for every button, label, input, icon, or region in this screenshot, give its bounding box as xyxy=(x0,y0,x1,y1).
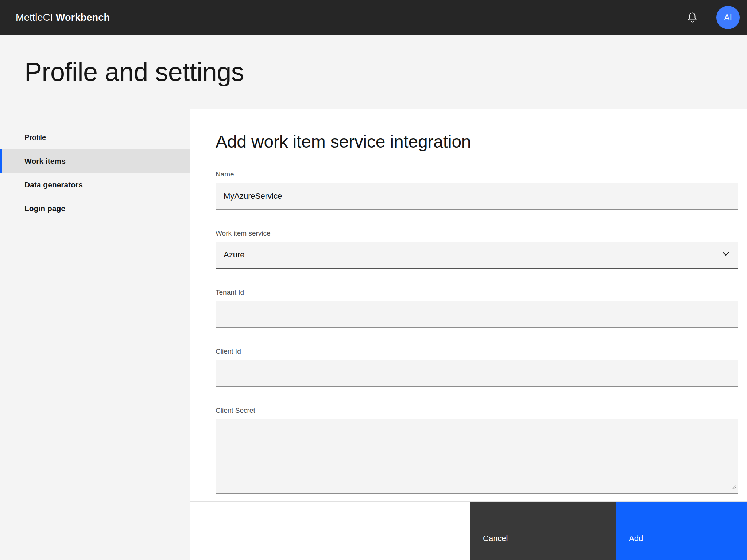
content-row: Profile Work items Data generators Login… xyxy=(0,109,747,560)
client-id-input[interactable] xyxy=(216,360,738,387)
app-header: MettleCI Workbench AI xyxy=(0,0,747,35)
sidebar-item-profile[interactable]: Profile xyxy=(0,125,190,149)
work-item-service-label: Work item service xyxy=(216,229,738,238)
sidebar-item-label: Profile xyxy=(24,133,46,142)
sidebar-item-login-page[interactable]: Login page xyxy=(0,197,190,220)
client-secret-textarea-wrap xyxy=(216,419,738,494)
sidebar-item-label: Login page xyxy=(24,204,65,213)
sidebar-item-data-generators[interactable]: Data generators xyxy=(0,173,190,197)
avatar-initials: AI xyxy=(724,13,732,23)
sidebar-item-label: Work items xyxy=(24,157,66,166)
main-panel: Add work item service integration Name W… xyxy=(190,109,747,560)
brand-prefix: MettleCI xyxy=(16,12,56,23)
brand-name: Workbench xyxy=(56,12,110,23)
cancel-button[interactable]: Cancel xyxy=(470,502,616,560)
app-brand: MettleCI Workbench xyxy=(16,12,110,23)
tenant-id-input[interactable] xyxy=(216,301,738,328)
bell-icon xyxy=(686,11,698,24)
tenant-id-field-group: Tenant Id xyxy=(216,288,738,328)
sidebar-item-label: Data generators xyxy=(24,180,83,189)
chevron-down-icon xyxy=(721,249,730,260)
avatar[interactable]: AI xyxy=(716,6,740,29)
header-actions: AI xyxy=(685,6,740,29)
settings-sidebar: Profile Work items Data generators Login… xyxy=(0,109,190,560)
sidebar-item-work-items[interactable]: Work items xyxy=(0,149,190,173)
work-item-service-value: Azure xyxy=(224,250,244,260)
name-field-group: Name xyxy=(216,170,738,210)
add-button[interactable]: Add xyxy=(616,502,747,560)
client-secret-label: Client Secret xyxy=(216,406,738,415)
client-secret-field-group: Client Secret xyxy=(216,406,738,494)
footer-action-bar: Cancel Add xyxy=(190,501,747,560)
work-item-service-select[interactable]: Azure xyxy=(216,242,738,269)
panel-heading: Add work item service integration xyxy=(216,132,738,152)
name-label: Name xyxy=(216,170,738,179)
client-id-field-group: Client Id xyxy=(216,347,738,387)
service-field-group: Work item service Azure xyxy=(216,229,738,269)
name-input[interactable] xyxy=(216,183,738,210)
client-secret-textarea[interactable] xyxy=(216,419,738,494)
client-id-label: Client Id xyxy=(216,347,738,356)
tenant-id-label: Tenant Id xyxy=(216,288,738,297)
page-title: Profile and settings xyxy=(24,57,244,87)
page-title-band: Profile and settings xyxy=(0,35,747,109)
notifications-button[interactable] xyxy=(685,10,700,25)
